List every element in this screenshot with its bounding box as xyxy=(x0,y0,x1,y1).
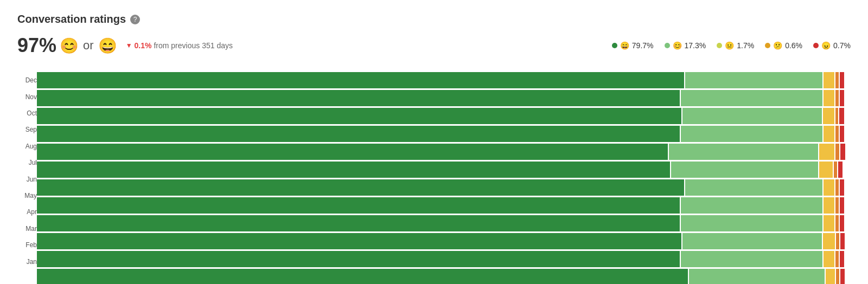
bar-segment-5-2 xyxy=(818,162,833,178)
chart-inner: DecNovOctSepAugJulJunMayAprMarFebJan xyxy=(17,72,851,284)
bar-segment-6-0 xyxy=(37,179,684,196)
bar-segment-2-2 xyxy=(822,108,834,124)
legend-value-4: 0.7% xyxy=(833,41,851,50)
y-label-feb: Feb xyxy=(17,242,37,248)
bar-segment-8-1 xyxy=(680,215,822,231)
bar-segment-3-4 xyxy=(839,126,845,142)
bar-segment-1-3 xyxy=(834,90,839,106)
bar-segment-0-0 xyxy=(37,72,684,88)
bar-segment-10-2 xyxy=(822,251,835,267)
bar-segment-7-0 xyxy=(37,197,680,214)
emoji-very-happy: 😄 xyxy=(98,37,117,55)
bar-row-aug xyxy=(37,144,851,160)
bar-segment-8-0 xyxy=(37,215,680,231)
legend-item-0: 😄 79.7% xyxy=(612,41,654,50)
y-label-apr: Apr xyxy=(17,209,37,215)
bar-segment-5-1 xyxy=(670,162,818,178)
legend-dot-3 xyxy=(765,43,770,48)
y-label-oct: Oct xyxy=(17,110,37,117)
legend-dot-0 xyxy=(612,43,617,48)
bar-segment-7-1 xyxy=(680,197,822,214)
bar-segment-8-3 xyxy=(834,215,839,231)
bar-segment-0-4 xyxy=(839,72,845,88)
bar-row-jan xyxy=(37,269,851,284)
bar-segment-5-4 xyxy=(837,162,843,178)
bar-segment-1-4 xyxy=(839,90,845,106)
bar-segment-11-0 xyxy=(37,269,688,284)
emoji-happy: 😊 xyxy=(60,37,79,55)
bar-segment-1-2 xyxy=(822,90,835,106)
bar-segment-9-2 xyxy=(822,233,835,249)
bar-row-nov xyxy=(37,90,851,106)
chart-area: DecNovOctSepAugJulJunMayAprMarFebJan 0%2… xyxy=(17,72,851,284)
bar-segment-5-0 xyxy=(37,162,670,178)
title-row: Conversation ratings ? xyxy=(17,13,851,25)
legend-dot-1 xyxy=(665,43,670,48)
bar-segment-0-1 xyxy=(684,72,822,88)
legend-emoji-2: 😐 xyxy=(725,41,734,50)
bar-segment-6-4 xyxy=(839,179,845,196)
bar-segment-11-1 xyxy=(688,269,825,284)
bar-segment-4-1 xyxy=(668,144,819,160)
or-text: or xyxy=(83,38,94,53)
legend-item-1: 😊 17.3% xyxy=(665,41,706,50)
bar-row-sep xyxy=(37,126,851,142)
legend-value-3: 0.6% xyxy=(785,41,802,50)
legend-dot-2 xyxy=(717,43,722,48)
bar-segment-5-3 xyxy=(833,162,837,178)
bars-container xyxy=(37,72,851,284)
bar-segment-2-3 xyxy=(834,108,839,124)
bar-segment-3-3 xyxy=(834,126,839,142)
bar-segment-3-1 xyxy=(680,126,822,142)
bar-row-mar xyxy=(37,233,851,249)
bar-segment-6-3 xyxy=(834,179,839,196)
legend-item-2: 😐 1.7% xyxy=(717,41,754,50)
bar-segment-4-2 xyxy=(818,144,834,160)
legend-emoji-0: 😄 xyxy=(620,41,629,50)
bar-segment-10-3 xyxy=(834,251,839,267)
bar-row-jul xyxy=(37,162,851,178)
bar-segment-4-3 xyxy=(834,144,839,160)
bar-segment-7-3 xyxy=(834,197,839,214)
legend-section: 😄 79.7% 😊 17.3% 😐 1.7% 😕 0.6% 😠 0.7% xyxy=(612,41,851,50)
y-label-jun: Jun xyxy=(17,176,37,183)
bar-segment-9-1 xyxy=(681,233,822,249)
bar-row-feb xyxy=(37,251,851,267)
bar-segment-9-0 xyxy=(37,233,681,249)
help-icon[interactable]: ? xyxy=(130,15,140,24)
bar-segment-2-4 xyxy=(838,108,844,124)
legend-emoji-1: 😊 xyxy=(673,41,682,50)
bar-segment-7-4 xyxy=(839,197,845,214)
legend-emoji-3: 😕 xyxy=(773,41,782,50)
change-label: from previous 351 days xyxy=(154,41,233,50)
bar-segment-0-2 xyxy=(822,72,835,88)
page-title: Conversation ratings xyxy=(17,13,126,25)
bar-segment-8-2 xyxy=(822,215,835,231)
bar-segment-6-2 xyxy=(822,179,835,196)
bar-segment-10-4 xyxy=(839,251,845,267)
bar-row-jun xyxy=(37,179,851,196)
bar-segment-10-0 xyxy=(37,251,680,267)
y-label-nov: Nov xyxy=(17,94,37,100)
bar-segment-2-0 xyxy=(37,108,681,124)
bar-segment-1-1 xyxy=(680,90,822,106)
y-axis: DecNovOctSepAugJulJunMayAprMarFebJan xyxy=(17,72,37,284)
header-area: 97% 😊 or 😄 ▼ 0.1% from previous 351 days… xyxy=(17,34,851,57)
legend-dot-4 xyxy=(813,43,819,48)
bar-segment-11-4 xyxy=(839,269,845,284)
bar-segment-11-2 xyxy=(825,269,835,284)
bar-segment-11-3 xyxy=(835,269,839,284)
bar-segment-6-1 xyxy=(684,179,822,196)
big-stat: 97% xyxy=(17,34,56,57)
bar-segment-7-2 xyxy=(822,197,835,214)
legend-value-0: 79.7% xyxy=(632,41,654,50)
bar-segment-0-3 xyxy=(834,72,839,88)
y-label-aug: Aug xyxy=(17,143,37,150)
bar-segment-4-0 xyxy=(37,144,668,160)
change-arrow: ▼ xyxy=(126,42,132,49)
legend-item-3: 😕 0.6% xyxy=(765,41,802,50)
bar-segment-9-4 xyxy=(839,233,845,249)
bar-segment-3-0 xyxy=(37,126,680,142)
y-label-jul: Jul xyxy=(17,159,37,166)
bar-segment-1-0 xyxy=(37,90,680,106)
